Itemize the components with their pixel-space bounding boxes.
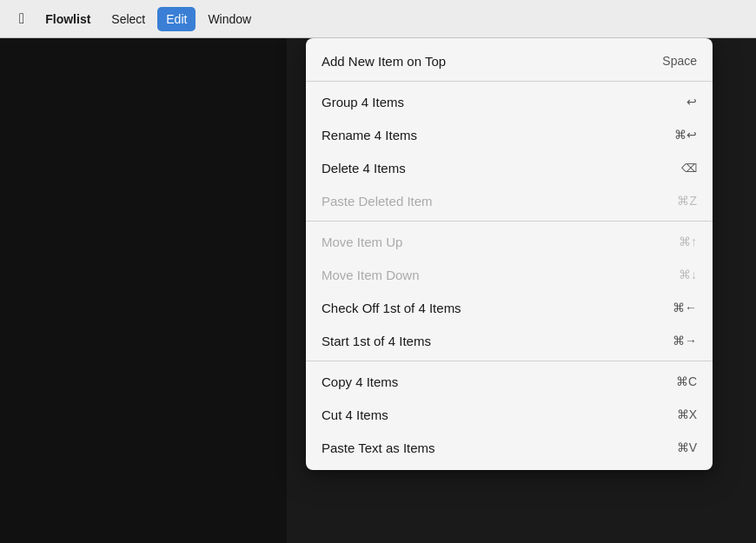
menu-item-paste-text[interactable]: Paste Text as Items ⌘V — [306, 431, 713, 464]
menu-item-cut-items[interactable]: Cut 4 Items ⌘X — [306, 398, 713, 431]
menu-item-rename-items[interactable]: Rename 4 Items ⌘↩ — [306, 118, 713, 151]
menu-item-start-item[interactable]: Start 1st of 4 Items ⌘→ — [306, 324, 713, 357]
menu-item-copy-items[interactable]: Copy 4 Items ⌘C — [306, 365, 713, 398]
edit-menu-dropdown: Add New Item on Top Space Group 4 Items … — [306, 38, 713, 470]
menubar-item-window[interactable]: Window — [199, 7, 260, 31]
menubar-item-select[interactable]: Select — [103, 7, 154, 31]
app-background — [0, 38, 287, 543]
menu-item-add-new-item[interactable]: Add New Item on Top Space — [306, 44, 713, 77]
menu-section-move: Move Item Up ⌘↑ Move Item Down ⌘↓ Check … — [306, 221, 713, 359]
menu-section-group: Group 4 Items ↩ Rename 4 Items ⌘↩ Delete… — [306, 81, 713, 219]
menu-section-copy: Copy 4 Items ⌘C Cut 4 Items ⌘X Paste Tex… — [306, 361, 713, 466]
menu-item-paste-deleted[interactable]: Paste Deleted Item ⌘Z — [306, 184, 713, 217]
menubar:  Flowlist Select Edit Window — [0, 0, 756, 38]
menu-item-delete-items[interactable]: Delete 4 Items ⌫ — [306, 151, 713, 184]
menu-section-top: Add New Item on Top Space — [306, 43, 713, 79]
menu-item-move-down[interactable]: Move Item Down ⌘↓ — [306, 258, 713, 291]
menu-item-move-up[interactable]: Move Item Up ⌘↑ — [306, 225, 713, 258]
menubar-item-flowlist[interactable]: Flowlist — [36, 7, 99, 31]
apple-menu[interactable]:  — [10, 7, 33, 31]
menu-item-group-items[interactable]: Group 4 Items ↩ — [306, 85, 713, 118]
menu-item-check-off[interactable]: Check Off 1st of 4 Items ⌘← — [306, 291, 713, 324]
menubar-item-edit[interactable]: Edit — [157, 7, 196, 31]
apple-icon:  — [19, 10, 24, 28]
